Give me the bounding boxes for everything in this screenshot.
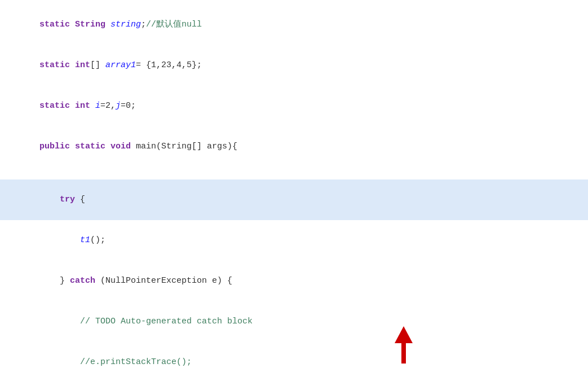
code: ;: [141, 20, 146, 29]
keyword: public: [39, 142, 75, 151]
code: []: [90, 60, 105, 70]
comment: //e.printStackTrace();: [80, 357, 192, 367]
code-line-6: try {: [0, 179, 588, 220]
code-line-2: static int[] array1= {1,23,4,5};: [0, 45, 588, 86]
code: = {1,23,4,5};: [136, 60, 202, 70]
arrow-head: [395, 326, 413, 343]
keyword: int: [75, 60, 90, 70]
keyword: static: [39, 101, 75, 111]
arrow-annotation: [395, 326, 413, 364]
keyword: void: [110, 142, 136, 151]
code: main(String[] args){: [136, 142, 237, 151]
var: i: [95, 101, 100, 111]
code: [39, 357, 80, 367]
var: j: [116, 101, 121, 111]
code-line-8: } catch (NullPointerException e) {: [0, 261, 588, 301]
arrow-shaft: [401, 343, 406, 364]
keyword: catch: [70, 276, 95, 286]
code: =0;: [121, 101, 136, 111]
code-line-5: [0, 167, 588, 179]
code: ();: [90, 235, 105, 245]
keyword: int: [75, 101, 95, 111]
comment: //默认值null: [146, 20, 202, 29]
code-line-3: static int i=2,j=0;: [0, 86, 588, 126]
var: t1: [80, 235, 90, 245]
code-line-7: t1();: [0, 220, 588, 261]
code-editor: static String string;//默认值null static in…: [0, 0, 588, 381]
code-line-10: //e.printStackTrace();: [0, 342, 588, 381]
keyword: String: [75, 20, 110, 29]
code: {: [75, 195, 85, 204]
keyword: static: [75, 142, 110, 151]
code-line-9: // TODO Auto-generated catch block: [0, 301, 588, 342]
code: =2,: [100, 101, 116, 111]
var: string: [110, 20, 141, 29]
keyword: static: [39, 60, 75, 70]
code: [39, 235, 80, 245]
code-line-4: public static void main(String[] args){: [0, 126, 588, 167]
code: (NullPointerException e) {: [95, 276, 232, 286]
keyword: static: [39, 20, 75, 29]
keyword: try: [60, 195, 75, 204]
var: array1: [105, 60, 136, 70]
code: [39, 195, 60, 204]
code-line-1: static String string;//默认值null: [0, 5, 588, 45]
code: [39, 317, 80, 326]
comment: // TODO Auto-generated catch block: [80, 317, 253, 326]
code: }: [39, 276, 70, 286]
